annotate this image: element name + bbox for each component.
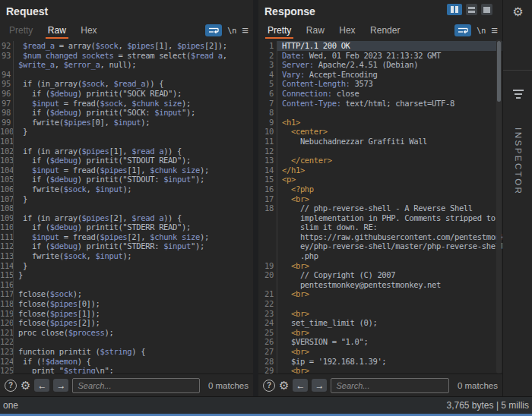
code-text: Server: Apache/2.4.51 (Debian): [277, 60, 502, 70]
next-match-button[interactable]: →: [53, 379, 68, 392]
filter-icon[interactable]: [513, 90, 524, 99]
line-number: 92: [0, 41, 14, 51]
code-line: 29 <br>: [258, 366, 502, 373]
help-icon[interactable]: ?: [263, 380, 275, 392]
code-line: 100 }: [0, 127, 253, 137]
line-number: 95: [0, 79, 14, 89]
response-scrollbar[interactable]: [496, 39, 502, 373]
line-number: 28: [258, 357, 277, 367]
scrollbar-thumb[interactable]: [497, 41, 501, 102]
code-text: implementation in PHP. Comments stripped…: [277, 213, 502, 223]
code-text: fclose($pipes[0]);: [14, 299, 253, 309]
code-line: 116: [0, 280, 253, 290]
line-number: 16: [258, 184, 277, 194]
line-number: 104: [0, 165, 14, 175]
code-text: [14, 70, 253, 80]
code-text: [14, 137, 253, 147]
line-number: 20: [258, 270, 277, 280]
code-line: 2Date: Wed, 01 Feb 2023 21:13:32 GMT: [258, 51, 502, 61]
help-icon[interactable]: ?: [5, 380, 17, 392]
line-number: 108: [0, 203, 14, 213]
request-view-controls: \n ≡: [205, 23, 249, 38]
line-number: 6: [258, 89, 277, 99]
response-search-input[interactable]: [331, 378, 448, 393]
hamburger-menu-icon[interactable]: ≡: [242, 27, 249, 34]
line-number: 27: [258, 347, 277, 357]
line-number: [0, 60, 14, 70]
single-view-icon[interactable]: [481, 4, 492, 15]
line-number: 106: [0, 184, 14, 194]
tab-request-raw[interactable]: Raw: [46, 24, 68, 39]
gear-icon[interactable]: ⚙: [279, 380, 289, 391]
code-line: 28 $ip = '192.168.1.39';: [258, 357, 502, 367]
code-line: pentestmonkey@pentestmonkey.net: [258, 280, 502, 290]
code-text: <br>: [277, 194, 502, 204]
code-line: 104 $input = fread($pipes[1], $chunk_siz…: [0, 165, 253, 175]
prev-match-button[interactable]: ←: [34, 379, 49, 392]
line-number: 7: [258, 99, 277, 109]
code-text: $num_changed_sockets = stream_select($re…: [14, 51, 253, 61]
code-line: 103 if ($debug) printit("STDOUT READ");: [0, 156, 253, 165]
tab-response-pretty[interactable]: Pretty: [265, 24, 293, 39]
line-number: [258, 222, 277, 232]
code-text: $write_a, $error_a, null);: [14, 60, 253, 70]
word-wrap-icon[interactable]: [454, 24, 471, 36]
code-text: fclose($sock);: [14, 289, 253, 299]
line-number: [258, 251, 277, 261]
gear-icon[interactable]: ⚙: [21, 380, 30, 391]
code-text: [14, 280, 253, 290]
request-match-count: 0 matches: [208, 381, 249, 390]
tab-request-hex[interactable]: Hex: [78, 24, 99, 39]
code-line: 15<p>: [258, 175, 502, 184]
tab-response-hex[interactable]: Hex: [337, 24, 357, 39]
line-number: 123: [0, 347, 14, 357]
code-text: if ($debug) printit("STDERR: $input");: [14, 241, 253, 251]
prev-match-button[interactable]: ←: [293, 379, 308, 392]
code-text: <h1>: [277, 118, 502, 128]
code-line: .php: [258, 251, 502, 261]
stacked-view-icon[interactable]: [466, 4, 477, 15]
code-line: 5Content-Length: 3573: [258, 79, 502, 89]
side-by-side-view-icon[interactable]: [447, 4, 462, 15]
code-text: }: [14, 270, 253, 280]
code-text: $read_a = array($sock, $pipes[1], $pipes…: [14, 41, 253, 51]
request-search-input[interactable]: [72, 378, 199, 393]
code-text: if ($debug) printit("STDERR READ");: [14, 222, 253, 232]
code-line: 121proc_close($process);: [0, 328, 253, 338]
code-line: 113 fwrite($sock, $input);: [0, 251, 253, 261]
code-text: set_time_limit (0);: [277, 318, 502, 328]
code-line: 107 }: [0, 194, 253, 204]
request-code-editor[interactable]: 92 $read_a = array($sock, $pipes[1], $pi…: [0, 39, 253, 373]
code-line: 11 Nebuchadnezzar Graffiti Wall: [258, 137, 502, 147]
code-text: <p>: [277, 175, 502, 184]
code-text: }: [14, 261, 253, 271]
code-line: 17 <br>: [258, 194, 502, 204]
response-match-count: 0 matches: [458, 381, 498, 390]
next-match-button[interactable]: →: [312, 379, 327, 392]
inspector-tab-label[interactable]: INSPECTOR: [514, 128, 523, 195]
code-line: 105 if ($debug) printit("STDOUT: $input"…: [0, 175, 253, 184]
newline-toggle-icon[interactable]: \n: [477, 27, 486, 35]
hamburger-menu-icon[interactable]: ≡: [491, 27, 498, 34]
line-number: 103: [0, 156, 14, 165]
code-line: 119fclose($pipes[1]);: [0, 309, 253, 319]
word-wrap-icon[interactable]: [205, 24, 222, 36]
code-line: 21 <br>: [258, 289, 502, 299]
code-text: Content-Type: text/html; charset=UTF-8: [277, 99, 502, 109]
newline-toggle-icon[interactable]: \n: [227, 27, 236, 35]
code-line: 3Server: Apache/2.4.51 (Debian): [258, 60, 502, 70]
tab-response-render[interactable]: Render: [368, 24, 402, 39]
code-text: fwrite($sock, $input);: [14, 184, 253, 194]
code-line: 23 <br>: [258, 309, 502, 319]
code-text: <?php: [277, 184, 502, 194]
settings-gear-icon[interactable]: ⚙: [503, 6, 532, 17]
response-code-viewer[interactable]: 1HTTP/1.1 200 OK2Date: Wed, 01 Feb 2023 …: [258, 39, 502, 373]
code-line: 6Connection: close: [258, 89, 502, 99]
tab-request-pretty[interactable]: Pretty: [7, 24, 35, 39]
line-number: 112: [0, 241, 14, 251]
code-text: [277, 108, 502, 118]
code-line: 114 }: [0, 261, 253, 271]
tab-response-raw[interactable]: Raw: [304, 24, 327, 39]
code-text: $input = fread($pipes[2], $chunk_size);: [14, 232, 253, 242]
line-number: 105: [0, 175, 14, 184]
